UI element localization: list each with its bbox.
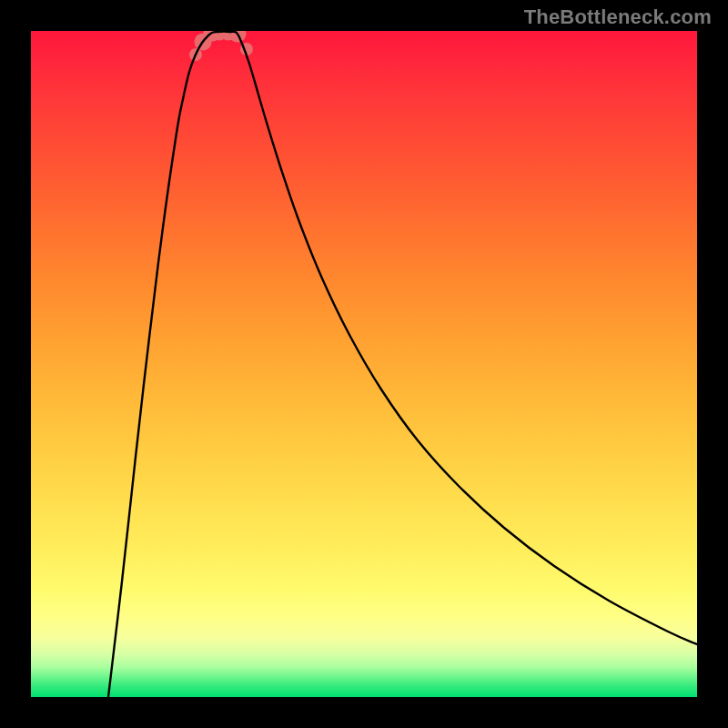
watermark-text: TheBottleneck.com (524, 5, 712, 29)
chart-frame: TheBottleneck.com (0, 0, 728, 728)
bottleneck-curve (108, 32, 697, 698)
plot-area (31, 31, 697, 697)
curve-layer (31, 31, 697, 697)
